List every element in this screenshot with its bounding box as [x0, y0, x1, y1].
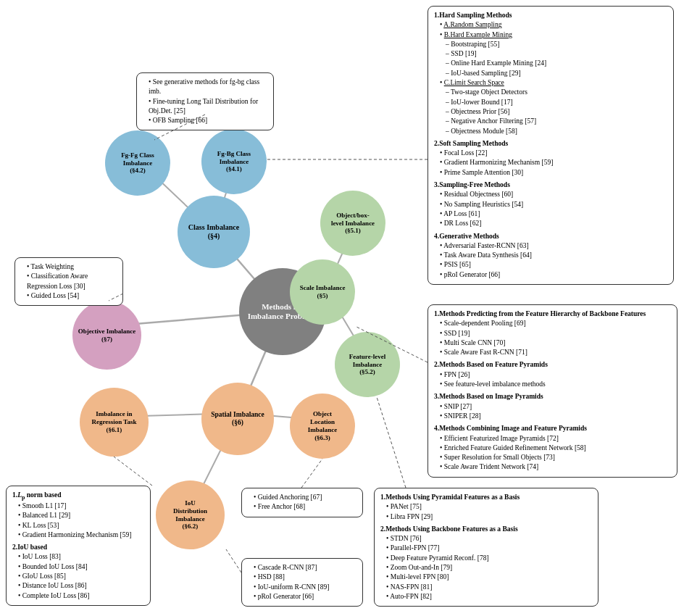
infobox-bottomleft: 1.Lp norm based Smooth L1 [17] Balanced …: [6, 486, 151, 606]
svg-line-17: [226, 549, 241, 573]
node-scale[interactable]: Scale Imbalance (§5): [290, 259, 355, 325]
svg-line-18: [114, 457, 152, 486]
node-class-imbalance[interactable]: Class Imbalance (§4): [178, 196, 250, 268]
node-objective[interactable]: Objective Imbalance (§7): [72, 301, 141, 370]
node-fgbg[interactable]: Fg-Bg Class Imbalance (§4.1): [201, 129, 267, 194]
node-ioudist[interactable]: IoU Distribution Imbalance (§6.2): [156, 480, 225, 549]
infobox-topleft: See generative methods for fg-bg class i…: [136, 72, 274, 130]
node-objectloc[interactable]: Object Location Imbalance (§6.3): [290, 394, 355, 459]
node-spatial[interactable]: Spatial Imbalance (§6): [201, 383, 274, 455]
infobox-cascade: Cascade R-CNN [87] HSD [88] IoU-uniform …: [241, 558, 363, 607]
node-imbreg[interactable]: Imbalance in Regression Task (§6.1): [80, 388, 149, 457]
node-featurelevel[interactable]: Feature-level Imbalance (§5.2): [335, 332, 400, 397]
svg-line-16: [301, 459, 322, 488]
diagram-container: Methods for Imbalance Problems Class Imb…: [0, 0, 684, 616]
infobox-topright: 1.Hard Sampling Methods A.Random Samplin…: [428, 6, 674, 285]
svg-line-15: [377, 397, 406, 488]
infobox-bottomright: 1.Methods Using Pyramidal Features as a …: [374, 488, 598, 607]
infobox-guidedanchoring: Guided Anchoring [67] Free Anchor [68]: [241, 488, 363, 517]
node-fgfg[interactable]: Fg-Fg Class Imbalance (§4.2): [105, 130, 170, 196]
infobox-objective: Task Weighting Classification Aware Regr…: [14, 257, 123, 306]
node-objectbox[interactable]: Object/box- level Imbalance (§5.1): [320, 191, 385, 256]
infobox-rightmid: 1.Methods Predicting from the Feature Hi…: [428, 304, 677, 478]
